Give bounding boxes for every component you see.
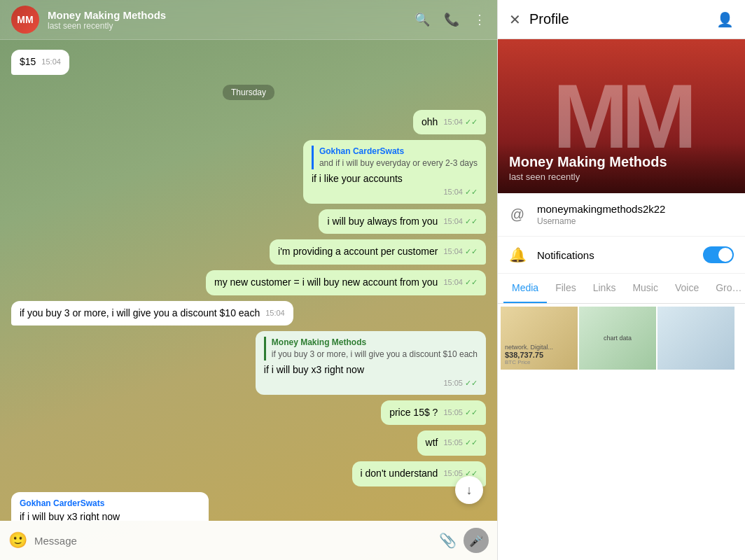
- media-tabs: Media Files Links Music Voice Gro…: [498, 274, 745, 304]
- chevron-down-icon: ↓: [466, 483, 473, 498]
- scroll-down-button[interactable]: ↓: [455, 476, 483, 504]
- chat-avatar: MM: [11, 6, 39, 34]
- chat-status: last seen recently: [48, 21, 406, 31]
- bell-icon: 🔔: [509, 246, 526, 263]
- more-icon[interactable]: ⋮: [473, 12, 486, 27]
- message-3: Gokhan CarderSwats and if i will buy eve…: [11, 140, 486, 204]
- date-separator: Thursday: [11, 85, 486, 100]
- username-label: Username: [537, 216, 734, 226]
- chat-info: Money Making Methods last seen recently: [48, 9, 406, 31]
- message-input[interactable]: [34, 535, 432, 547]
- header-icons: 🔍 📞 ⋮: [415, 12, 486, 27]
- message-1: $15 15:04: [11, 50, 486, 75]
- profile-header: ✕ Profile 👤: [498, 0, 745, 39]
- tab-files[interactable]: Files: [547, 274, 585, 303]
- message-12: Gokhan CarderSwats if i will buy x3 righ…: [11, 492, 486, 522]
- close-button[interactable]: ✕: [509, 11, 521, 28]
- at-icon: @: [509, 206, 526, 223]
- chat-panel: MM Money Making Methods last seen recent…: [0, 0, 497, 560]
- profile-panel: ✕ Profile 👤 MM Money Making Methods last…: [497, 0, 745, 560]
- notifications-row: 🔔 Notifications: [498, 237, 745, 274]
- media-thumb-2[interactable]: chart data: [579, 307, 656, 370]
- mic-button[interactable]: 🎤: [464, 528, 489, 553]
- message-2: ohh 15:04 ✓✓: [11, 110, 486, 135]
- profile-last-seen: last seen recently: [509, 172, 734, 182]
- notifications-toggle[interactable]: [703, 246, 734, 263]
- profile-info: @ moneymakingmethods2k22 Username 🔔 Noti…: [498, 193, 745, 274]
- notifications-label: Notifications: [537, 249, 692, 261]
- search-icon[interactable]: 🔍: [415, 12, 430, 27]
- message-5: i'm providing a account per customer 15:…: [11, 239, 486, 265]
- media-thumb-3[interactable]: [657, 307, 734, 370]
- tab-groups[interactable]: Gro…: [707, 274, 745, 303]
- message-4: i will buy always from you 15:04 ✓✓: [11, 209, 486, 234]
- profile-display-name: Money Making Methods: [509, 154, 734, 170]
- chat-header: MM Money Making Methods last seen recent…: [0, 0, 497, 40]
- edit-profile-button[interactable]: 👤: [716, 11, 734, 28]
- tab-music[interactable]: Music: [624, 274, 667, 303]
- message-8: Money Making Methods if you buy 3 or mor…: [11, 331, 486, 395]
- profile-name-overlay: Money Making Methods last seen recently: [498, 143, 745, 193]
- username-row: @ moneymakingmethods2k22 Username: [498, 193, 745, 237]
- message-11: i don't understand 15:05 ✓✓: [11, 461, 486, 486]
- tab-links[interactable]: Links: [585, 274, 625, 303]
- mic-icon: 🎤: [469, 534, 483, 547]
- message-10: wtf 15:05 ✓✓: [11, 430, 486, 456]
- date-badge: Thursday: [223, 85, 274, 100]
- input-bar: 🙂 📎 🎤: [0, 521, 497, 560]
- messages-area[interactable]: $15 15:04 Thursday ohh 15:04 ✓✓ Gokha: [0, 40, 497, 521]
- username-value: moneymakingmethods2k22: [537, 203, 734, 215]
- message-9: price 15$ ? 15:05 ✓✓: [11, 400, 486, 426]
- profile-title: Profile: [529, 11, 708, 27]
- tab-media[interactable]: Media: [503, 274, 547, 303]
- media-thumb-1[interactable]: network. Digital... $38,737.75 BTC Price: [501, 307, 578, 370]
- emoji-button[interactable]: 🙂: [8, 531, 27, 550]
- attach-button[interactable]: 📎: [439, 532, 457, 549]
- message-6: my new customer = i will buy new account…: [11, 270, 486, 295]
- profile-avatar-area: MM Money Making Methods last seen recent…: [498, 39, 745, 193]
- phone-icon[interactable]: 📞: [444, 12, 459, 27]
- media-grid: network. Digital... $38,737.75 BTC Price…: [498, 304, 745, 372]
- message-7: if you buy 3 or more, i will give you a …: [11, 301, 486, 326]
- tab-voice[interactable]: Voice: [667, 274, 707, 303]
- chat-name: Money Making Methods: [48, 9, 406, 21]
